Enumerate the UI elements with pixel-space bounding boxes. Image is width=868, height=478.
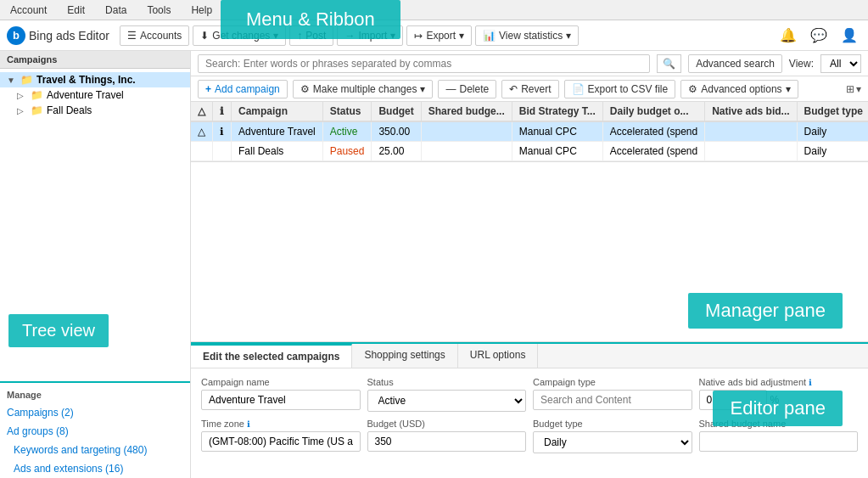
toolbar-right: 🔔 💬 👤 <box>776 24 861 47</box>
col-bid-strategy[interactable]: Bid Strategy T... <box>512 102 602 121</box>
native-bid-info-icon[interactable]: ℹ <box>809 378 812 387</box>
shared-budget-group: Shared budget name <box>699 419 859 453</box>
timezone-info-icon[interactable]: ℹ <box>247 419 250 429</box>
expand-icon-2: ▷ <box>17 106 27 115</box>
tab-shopping[interactable]: Shopping settings <box>352 344 457 368</box>
timezone-label: Time zone ℹ <box>201 419 361 429</box>
bing-logo: b <box>7 26 25 45</box>
cell-budgettype-2: Daily <box>797 142 868 161</box>
native-bid-input[interactable] <box>699 390 767 410</box>
status-label: Status <box>367 377 527 387</box>
sidebar: Campaigns ▼ 📁 Travel & Things, Inc. ▷ 📁 … <box>0 51 191 478</box>
cell-info-1: ℹ <box>213 121 232 142</box>
col-warning[interactable]: △ <box>191 102 213 121</box>
add-campaign-button[interactable]: + Add campaign <box>198 80 288 98</box>
status-group: Status Active <box>367 377 527 412</box>
menu-bar: Account Edit Data Tools Help <box>0 0 868 20</box>
menu-help[interactable]: Help <box>188 3 216 18</box>
search-bar: 🔍 Advanced search View: All <box>191 51 868 76</box>
add-campaign-label: Add campaign <box>215 83 280 95</box>
budget-type-group: Budget type Daily <box>533 419 692 453</box>
tree-item-adventure[interactable]: ▷ 📁 Adventure Travel <box>0 87 190 103</box>
tree-item-falldeals-label: Fall Deals <box>47 104 92 116</box>
status-select[interactable]: Active <box>367 390 527 412</box>
tab-url-options[interactable]: URL options <box>458 344 539 368</box>
shared-budget-input[interactable] <box>699 431 859 452</box>
budget-type-select[interactable]: Daily <box>533 431 692 453</box>
advanced-options-button[interactable]: ⚙ Advanced options ▾ <box>680 80 798 98</box>
export-button[interactable]: ↦ Export ▾ <box>406 25 472 46</box>
view-select[interactable]: All <box>820 54 861 73</box>
menu-data[interactable]: Data <box>102 3 130 18</box>
get-changes-chevron: ▾ <box>273 30 278 42</box>
search-button[interactable]: 🔍 <box>657 54 681 73</box>
revert-button[interactable]: ↶ Revert <box>501 80 558 98</box>
advanced-options-label: Advanced options <box>701 83 781 95</box>
tree-item-label: Travel & Things, Inc. <box>36 74 136 86</box>
tree-item-root[interactable]: ▼ 📁 Travel & Things, Inc. <box>0 72 190 87</box>
editor-pane: Edit the selected campaigns Shopping set… <box>191 342 868 478</box>
account-icon[interactable]: 👤 <box>837 24 861 47</box>
editor-fields: Campaign name Status Active Campaign typ… <box>191 368 868 462</box>
cell-status-1: Active <box>322 121 372 142</box>
cell-warning-2 <box>191 142 213 161</box>
col-campaign[interactable]: Campaign <box>232 102 323 121</box>
plus-icon: + <box>205 83 211 95</box>
table-row[interactable]: △ ℹ Adventure Travel Active 350.00 Manua… <box>191 121 868 142</box>
tree-item-falldeals[interactable]: ▷ 📁 Fall Deals <box>0 103 190 118</box>
advanced-search-button[interactable]: Advanced search <box>688 54 782 73</box>
make-multiple-button[interactable]: ⚙ Make multiple changes ▾ <box>293 80 434 98</box>
menu-edit[interactable]: Edit <box>64 3 88 18</box>
get-changes-button[interactable]: ⬇ Get changes ▾ <box>193 25 286 46</box>
cell-campaign-2: Fall Deals <box>232 142 323 161</box>
campaign-name-label: Campaign name <box>201 377 361 387</box>
manage-adgroups[interactable]: Ad groups (8) <box>0 422 190 441</box>
notification-icon[interactable]: 🔔 <box>776 24 800 47</box>
accounts-button[interactable]: ☰ Accounts <box>120 25 189 46</box>
advanced-options-chevron: ▾ <box>786 83 791 95</box>
import-button[interactable]: → Import ▾ <box>337 25 403 46</box>
tab-edit-campaigns[interactable]: Edit the selected campaigns <box>191 344 352 368</box>
stats-chevron: ▾ <box>566 30 571 42</box>
make-multiple-chevron: ▾ <box>420 83 425 95</box>
chat-icon[interactable]: 💬 <box>807 24 831 47</box>
table-row[interactable]: Fall Deals Paused 25.00 Manual CPC Accel… <box>191 142 868 161</box>
campaign-type-input[interactable] <box>533 390 692 410</box>
search-input[interactable] <box>198 54 650 73</box>
view-statistics-button[interactable]: 📊 View statistics ▾ <box>475 25 579 46</box>
campaign-name-group: Campaign name <box>201 377 361 412</box>
manage-campaigns[interactable]: Campaigns (2) <box>0 403 190 422</box>
brand-text: Bing ads Editor <box>29 29 109 42</box>
import-chevron: ▾ <box>390 30 395 42</box>
col-native-ads[interactable]: Native ads bid... <box>705 102 797 121</box>
cell-budget-1: 350.00 <box>372 121 421 142</box>
col-status[interactable]: Status <box>322 102 372 121</box>
menu-account[interactable]: Account <box>7 3 50 18</box>
manage-keywords[interactable]: Keywords and targeting (480) <box>0 441 190 459</box>
col-daily-budget[interactable]: Daily budget o... <box>602 102 704 121</box>
col-shared-budget[interactable]: Shared budge... <box>421 102 512 121</box>
export-csv-button[interactable]: 📄 Export to CSV file <box>564 80 676 98</box>
export-csv-icon: 📄 <box>572 83 585 95</box>
cell-budget-2: 25.00 <box>372 142 421 161</box>
col-budget[interactable]: Budget <box>372 102 421 121</box>
delete-button[interactable]: — Delete <box>438 80 496 98</box>
menu-tools[interactable]: Tools <box>143 3 174 18</box>
col-info[interactable]: ℹ <box>213 102 232 121</box>
cell-campaign-1: Adventure Travel <box>232 121 323 142</box>
accounts-label: Accounts <box>140 30 182 42</box>
budget-type-label: Budget type <box>533 419 692 429</box>
cell-shared-2 <box>421 142 512 161</box>
post-button[interactable]: ↑ Post <box>289 25 333 46</box>
expand-icon: ▼ <box>7 76 17 85</box>
columns-button[interactable]: ⊞ ▾ <box>846 83 861 95</box>
col-budget-type[interactable]: Budget type <box>797 102 868 121</box>
budget-input[interactable] <box>367 431 527 452</box>
campaign-name-input[interactable] <box>201 390 361 410</box>
manage-section: Manage Campaigns (2) Ad groups (8) Keywo… <box>0 381 190 478</box>
advanced-search-label: Advanced search <box>696 58 775 70</box>
folder-icon-2: 📁 <box>31 104 43 116</box>
revert-icon: ↶ <box>509 83 518 95</box>
timezone-input[interactable] <box>201 431 361 452</box>
manage-ads[interactable]: Ads and extensions (16) <box>0 459 190 478</box>
